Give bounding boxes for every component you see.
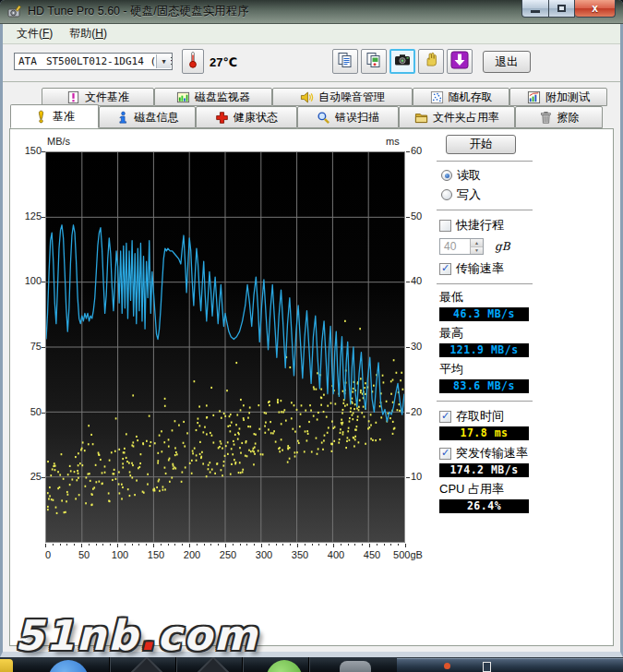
right-axis-tick-label: 30 <box>411 341 422 352</box>
checkbox-checked-icon <box>439 263 451 275</box>
error-scan-icon <box>317 111 330 125</box>
benchmark-chart: MB/s ms 25507510012515010203040506005010… <box>10 129 435 609</box>
tab-health[interactable]: 健康状态 <box>196 106 297 128</box>
tab-row-primary: 基准磁盘信息健康状态错误扫描文件夹占用率擦除 <box>10 106 613 128</box>
left-axis-unit: MB/s <box>47 136 70 147</box>
x-axis-tick-label: 350 <box>283 549 317 560</box>
disk-info-icon <box>116 111 130 125</box>
taskbar-item[interactable] <box>340 661 371 672</box>
tab-disk-monitor[interactable]: 磁盘监视器 <box>154 88 272 106</box>
donate-button[interactable] <box>418 49 444 74</box>
spin-up-button[interactable]: ▲ <box>470 239 483 246</box>
capacity-unit: gB <box>495 240 510 253</box>
close-button[interactable]: x <box>575 0 616 18</box>
checkbox-icon <box>439 220 451 232</box>
burst-rate-checkbox[interactable]: 突发传输速率 <box>439 445 540 462</box>
benchmark-icon <box>34 110 48 124</box>
right-axis-tick-label: 60 <box>411 145 422 156</box>
max-value: 121.9 MB/s <box>439 343 529 357</box>
exit-button[interactable]: 退出 <box>483 51 531 73</box>
copy-text-icon <box>336 51 354 73</box>
drive-model: ST500LT012-1DG14 (500 gB) <box>46 55 172 67</box>
tab-benchmark[interactable]: 基准 <box>10 104 99 128</box>
tab-file-benchmark[interactable]: 文件基准 <box>42 88 154 106</box>
taskbar-item[interactable] <box>48 660 89 672</box>
tab-label: 擦除 <box>557 110 580 126</box>
x-axis-tick-label: 500gB <box>391 549 425 560</box>
tab-extra-tests[interactable]: 附加测试 <box>509 88 607 106</box>
read-radio[interactable]: 读取 <box>441 167 540 184</box>
screenshot-button[interactable] <box>389 49 415 74</box>
titlebar[interactable]: HD Tune Pro 5.60 - 硬盘/固态硬盘实用程序 x <box>0 0 623 24</box>
tab-erase[interactable]: 擦除 <box>515 106 603 128</box>
x-axis-tick-label: 100 <box>103 549 137 560</box>
tab-label: 文件基准 <box>85 90 129 105</box>
left-axis-tick-label: 100 <box>14 275 42 286</box>
minimize-button[interactable] <box>521 0 549 18</box>
tab-label: 磁盘信息 <box>135 110 179 126</box>
left-axis-tick-label: 125 <box>14 210 42 222</box>
taskbar-tray-icon[interactable] <box>444 663 450 669</box>
min-label: 最低 <box>439 289 540 306</box>
window-title: HD Tune Pro 5.60 - 硬盘/固态硬盘实用程序 <box>28 4 249 19</box>
avg-value: 83.6 MB/s <box>439 379 529 393</box>
access-time-checkbox[interactable]: 存取时间 <box>439 408 540 425</box>
tab-label: 文件夹占用率 <box>433 110 499 126</box>
restore-icon <box>557 5 566 12</box>
x-axis-tick-label: 250 <box>211 549 245 560</box>
screenshot-icon <box>393 51 412 73</box>
tab-error-scan[interactable]: 错误扫描 <box>297 106 399 128</box>
restore-button[interactable] <box>549 0 575 18</box>
plot-area <box>45 151 405 543</box>
separator <box>437 401 533 402</box>
capacity-value: 40 <box>444 240 456 253</box>
menu-help[interactable]: 帮助(H) <box>61 24 115 43</box>
transfer-rate-checkbox[interactable]: 传输速率 <box>439 260 540 277</box>
start-button[interactable]: 开始 <box>446 135 516 154</box>
capacity-spinner[interactable]: 40 ▲▼ <box>439 238 484 255</box>
left-axis-tick-label: 150 <box>14 145 42 156</box>
separator <box>437 161 533 162</box>
app-icon <box>7 5 22 19</box>
left-axis-tick-label: 50 <box>14 406 42 417</box>
save-icon <box>450 51 469 73</box>
taskbar-item[interactable] <box>266 660 303 672</box>
temperature-button[interactable] <box>182 49 204 74</box>
spin-down-button[interactable]: ▼ <box>470 246 483 255</box>
tab-folder-usage[interactable]: 文件夹占用率 <box>399 106 515 128</box>
write-radio[interactable]: 写入 <box>441 186 540 203</box>
right-axis-tick-label: 50 <box>411 210 422 222</box>
tab-label: 随机存取 <box>449 90 493 105</box>
thermometer-icon <box>184 51 202 73</box>
health-icon <box>215 111 229 125</box>
save-results-button[interactable] <box>447 49 473 74</box>
control-panel: 开始 读取 写入 快捷行程 40 ▲▼ gB 传输速率 最低 46.3 MB/s… <box>433 129 540 513</box>
tab-label: 基准 <box>53 109 75 125</box>
right-axis-tick-label: 10 <box>411 471 422 482</box>
separator <box>437 210 533 211</box>
x-axis-tick-label: 0 <box>31 549 65 560</box>
x-axis-tick-label: 150 <box>139 549 173 560</box>
tab-aam[interactable]: 自动噪音管理 <box>272 88 413 106</box>
donate-icon <box>422 51 440 73</box>
taskbar-tray[interactable] <box>397 658 623 672</box>
tab-random-access[interactable]: 随机存取 <box>413 88 509 106</box>
copy-text-button[interactable] <box>332 49 358 74</box>
content-area: MB/s ms 25507510012515010203040506005010… <box>3 128 620 652</box>
drive-select[interactable]: ATA ST500LT012-1DG14 (500 gB) ▼ <box>14 53 173 70</box>
x-axis-tick-label: 300 <box>247 549 281 560</box>
tab-disk-info[interactable]: 磁盘信息 <box>99 106 196 128</box>
x-axis-tick-label: 200 <box>175 549 209 560</box>
taskbar-tray-icon[interactable] <box>483 662 491 672</box>
random-access-icon <box>430 90 444 104</box>
x-axis-tick-label: 50 <box>67 549 101 560</box>
menu-file[interactable]: 文件(F) <box>8 24 61 43</box>
taskbar-item[interactable] <box>0 659 13 672</box>
tab-row-secondary: 文件基准磁盘监视器自动噪音管理随机存取附加测试 <box>42 88 613 106</box>
left-axis-tick-label: 75 <box>14 341 42 352</box>
min-value: 46.3 MB/s <box>439 307 529 321</box>
disk-monitor-icon <box>176 90 190 104</box>
short-stroke-checkbox[interactable]: 快捷行程 <box>439 217 540 234</box>
menubar: 文件(F) 帮助(H) <box>3 24 620 44</box>
copy-image-button[interactable] <box>361 49 387 74</box>
